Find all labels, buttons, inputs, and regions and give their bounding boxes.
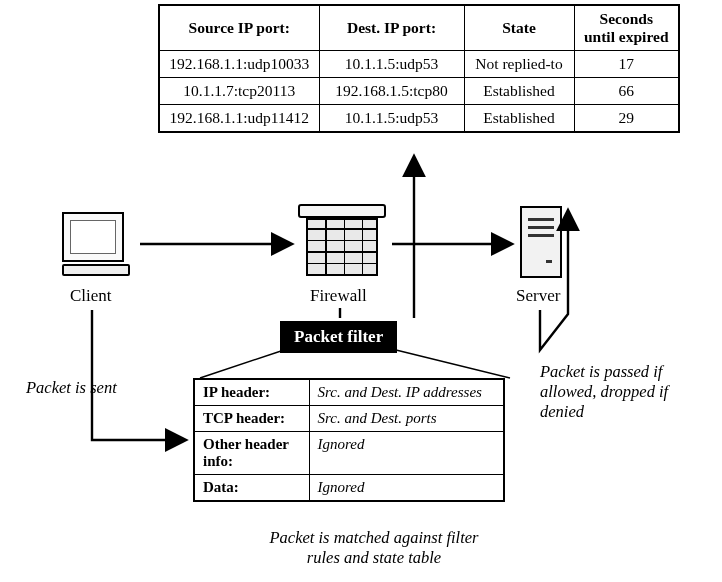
connector-tag-to-table-right: [396, 350, 510, 378]
server-label: Server: [516, 286, 560, 306]
state-row: 10.1.1.7:tcp20113 192.168.1.5:tcp80 Esta…: [159, 78, 679, 105]
cell-dest: 10.1.1.5:udp53: [319, 105, 464, 133]
cell-state: Established: [464, 78, 574, 105]
cell-source: 192.168.1.1:udp11412: [159, 105, 319, 133]
cell-source: 10.1.1.7:tcp20113: [159, 78, 319, 105]
packet-field-value: Ignored: [309, 475, 504, 502]
cell-expire: 17: [574, 51, 679, 78]
caption-packet-sent: Packet is sent: [26, 378, 117, 398]
packet-contents-table: IP header: Src. and Dest. IP addresses T…: [193, 378, 505, 502]
client-computer-icon: [62, 212, 130, 276]
state-row: 192.168.1.1:udp10033 10.1.1.5:udp53 Not …: [159, 51, 679, 78]
cell-expire: 29: [574, 105, 679, 133]
arrow-client-down-to-packet: [92, 310, 184, 440]
col-dest: Dest. IP port:: [319, 5, 464, 51]
col-state: State: [464, 5, 574, 51]
packet-field-value: Src. and Dest. IP addresses: [309, 379, 504, 406]
caption-packet-passed: Packet is passed if allowed, dropped if …: [540, 362, 700, 421]
cell-expire: 66: [574, 78, 679, 105]
caption-packet-matched: Packet is matched against filter rules a…: [254, 528, 494, 568]
firewall-icon: [298, 204, 386, 276]
col-source: Source IP port:: [159, 5, 319, 51]
firewall-label: Firewall: [310, 286, 367, 306]
state-table: Source IP port: Dest. IP port: State Sec…: [158, 4, 680, 133]
packet-row: Data: Ignored: [194, 475, 504, 502]
packet-row: TCP header: Src. and Dest. ports: [194, 406, 504, 432]
packet-row: IP header: Src. and Dest. IP addresses: [194, 379, 504, 406]
server-tower-icon: [520, 206, 562, 278]
packet-row: Other header info: Ignored: [194, 432, 504, 475]
cell-state: Established: [464, 105, 574, 133]
state-row: 192.168.1.1:udp11412 10.1.1.5:udp53 Esta…: [159, 105, 679, 133]
client-label: Client: [70, 286, 112, 306]
packet-field-label: Other header info:: [194, 432, 309, 475]
cell-state: Not replied-to: [464, 51, 574, 78]
packet-field-value: Ignored: [309, 432, 504, 475]
packet-field-label: TCP header:: [194, 406, 309, 432]
table-header-row: Source IP port: Dest. IP port: State Sec…: [159, 5, 679, 51]
packet-filter-tag: Packet filter: [280, 321, 397, 353]
col-expire: Seconds until expired: [574, 5, 679, 51]
connector-tag-to-table-left: [200, 350, 284, 378]
cell-source: 192.168.1.1:udp10033: [159, 51, 319, 78]
cell-dest: 10.1.1.5:udp53: [319, 51, 464, 78]
packet-field-label: IP header:: [194, 379, 309, 406]
packet-field-label: Data:: [194, 475, 309, 502]
cell-dest: 192.168.1.5:tcp80: [319, 78, 464, 105]
packet-field-value: Src. and Dest. ports: [309, 406, 504, 432]
